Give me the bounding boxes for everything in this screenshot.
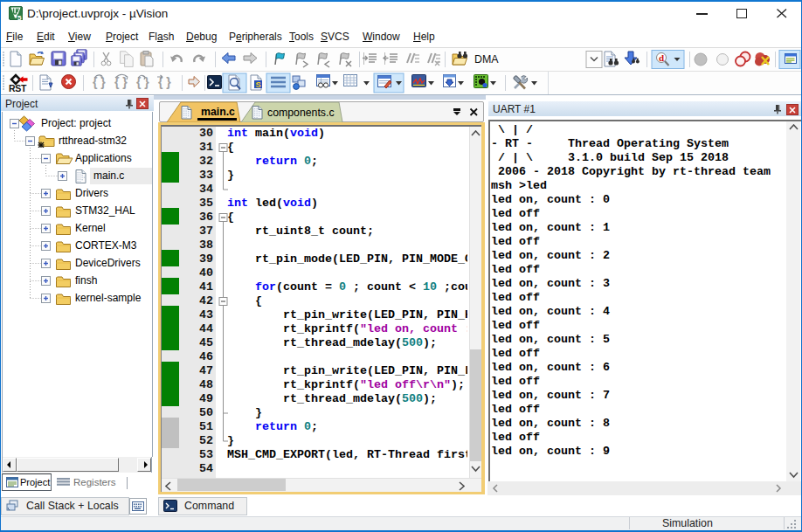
svg-text:RST: RST xyxy=(9,83,27,93)
svg-text:S: S xyxy=(256,79,261,89)
svg-text:5: 5 xyxy=(17,14,22,21)
svg-text:d: d xyxy=(659,52,664,63)
